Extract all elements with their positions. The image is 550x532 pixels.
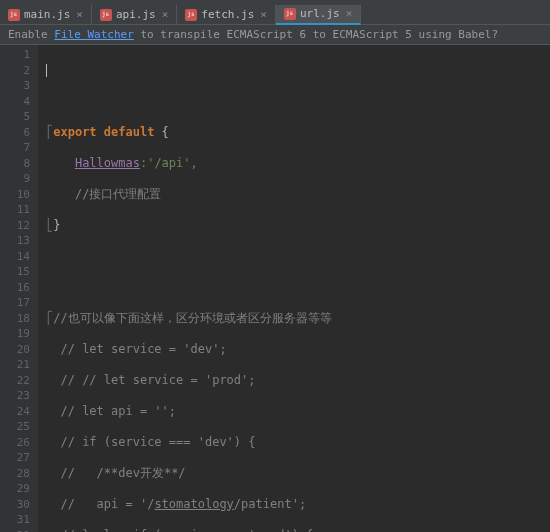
line-number: 6 bbox=[0, 125, 30, 141]
line-number: 5 bbox=[0, 109, 30, 125]
line-number: 2 bbox=[0, 63, 30, 79]
line-number: 1 bbox=[0, 47, 30, 63]
brace: { bbox=[154, 125, 168, 139]
close-icon[interactable]: × bbox=[260, 8, 267, 21]
line-number: 10 bbox=[0, 187, 30, 203]
file-watcher-link[interactable]: File Watcher bbox=[54, 28, 133, 41]
comment: //也可以像下面这样，区分环境或者区分服务器等等 bbox=[53, 311, 331, 325]
editor-tabs: main.js × api.js × fetch.js × url.js × bbox=[0, 5, 550, 25]
line-number: 25 bbox=[0, 419, 30, 435]
line-number: 22 bbox=[0, 373, 30, 389]
comment: // // let service = 'prod'; bbox=[60, 373, 255, 387]
line-number: 21 bbox=[0, 357, 30, 373]
notification-suffix: to transpile ECMAScript 6 to ECMAScript … bbox=[134, 28, 498, 41]
tab-label: fetch.js bbox=[201, 8, 254, 21]
code-editor[interactable]: 1 2 3 4 5 6 7 8 9 10 11 12 13 14 15 16 1… bbox=[0, 45, 550, 532]
close-icon[interactable]: × bbox=[346, 7, 353, 20]
line-number: 14 bbox=[0, 249, 30, 265]
js-file-icon bbox=[284, 8, 296, 20]
js-file-icon bbox=[8, 9, 20, 21]
line-number: 24 bbox=[0, 404, 30, 420]
code-area[interactable]: ⎡export default { Hallowmas:'/api', //接口… bbox=[38, 45, 550, 532]
line-number: 3 bbox=[0, 78, 30, 94]
line-number: 29 bbox=[0, 481, 30, 497]
line-number: 31 bbox=[0, 512, 30, 528]
close-icon[interactable]: × bbox=[76, 8, 83, 21]
notification-prefix: Enable bbox=[8, 28, 54, 41]
tab-label: url.js bbox=[300, 7, 340, 20]
keyword-export: export default bbox=[53, 125, 154, 139]
comment: // /**dev开发**/ bbox=[60, 466, 185, 480]
line-number: 30 bbox=[0, 497, 30, 513]
line-number: 4 bbox=[0, 94, 30, 110]
close-icon[interactable]: × bbox=[162, 8, 169, 21]
text-caret bbox=[46, 64, 47, 77]
js-file-icon bbox=[185, 9, 197, 21]
line-number: 12 bbox=[0, 218, 30, 234]
prop-hallowmas: Hallowmas bbox=[75, 156, 140, 170]
comment: // api = '/stomatology/patient'; bbox=[60, 497, 306, 511]
line-number: 11 bbox=[0, 202, 30, 218]
line-number: 9 bbox=[0, 171, 30, 187]
tab-main-js[interactable]: main.js × bbox=[0, 5, 92, 24]
line-number: 16 bbox=[0, 280, 30, 296]
line-number: 18 bbox=[0, 311, 30, 327]
string-api: :'/api', bbox=[140, 156, 198, 170]
line-number: 17 bbox=[0, 295, 30, 311]
tab-label: main.js bbox=[24, 8, 70, 21]
tab-label: api.js bbox=[116, 8, 156, 21]
file-watcher-notification: Enable File Watcher to transpile ECMAScr… bbox=[0, 25, 550, 45]
line-number: 32 bbox=[0, 528, 30, 533]
line-number: 13 bbox=[0, 233, 30, 249]
line-number: 19 bbox=[0, 326, 30, 342]
line-number: 23 bbox=[0, 388, 30, 404]
line-number: 26 bbox=[0, 435, 30, 451]
comment: // let service = 'dev'; bbox=[60, 342, 226, 356]
line-number: 8 bbox=[0, 156, 30, 172]
tab-api-js[interactable]: api.js × bbox=[92, 5, 177, 24]
tab-url-js[interactable]: url.js × bbox=[276, 5, 361, 25]
line-number: 28 bbox=[0, 466, 30, 482]
line-gutter: 1 2 3 4 5 6 7 8 9 10 11 12 13 14 15 16 1… bbox=[0, 45, 38, 532]
comment: // let api = ''; bbox=[60, 404, 176, 418]
comment: // if (service === 'dev') { bbox=[60, 435, 255, 449]
tab-fetch-js[interactable]: fetch.js × bbox=[177, 5, 276, 24]
comment: //接口代理配置 bbox=[75, 187, 161, 201]
line-number: 15 bbox=[0, 264, 30, 280]
comment: // } else if (service === 'prod') { bbox=[60, 528, 313, 533]
brace-close: } bbox=[53, 218, 60, 232]
line-number: 7 bbox=[0, 140, 30, 156]
js-file-icon bbox=[100, 9, 112, 21]
line-number: 20 bbox=[0, 342, 30, 358]
line-number: 27 bbox=[0, 450, 30, 466]
